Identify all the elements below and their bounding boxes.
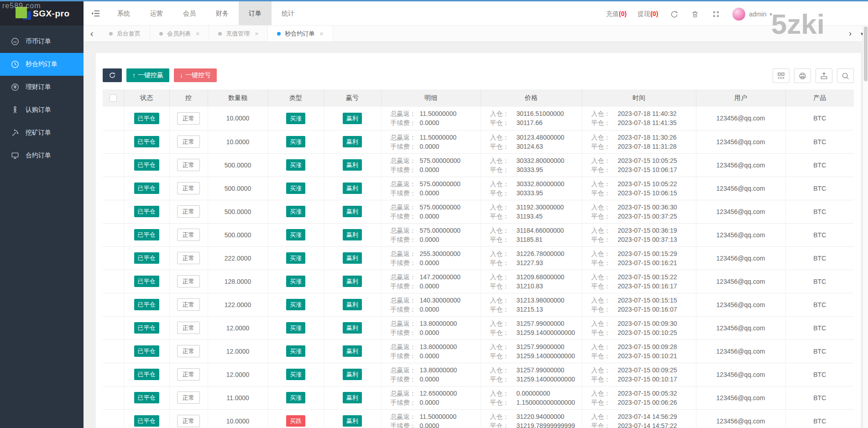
result-badge: 赢利 (343, 322, 362, 334)
force-loss-label: 一键控亏 (185, 71, 211, 79)
label-value-pair: 总赢返：575.00000000 (391, 179, 481, 188)
pair-value: 2023-07-15 10:06:15 (618, 188, 677, 198)
pair-label: 手续费： (391, 351, 420, 360)
user-menu[interactable]: admin ▾ (732, 7, 772, 21)
label-value-pair: 入仓：2023-07-15 00:15:22 (591, 272, 696, 282)
person-icon (10, 105, 20, 115)
label-value-pair: 入仓：31257.99000000 (490, 319, 582, 328)
search-icon[interactable] (837, 68, 854, 83)
columns-grid-icon[interactable] (773, 68, 790, 83)
sidebar-item-6[interactable]: 合约订单 (0, 144, 84, 167)
control-button[interactable]: 正常 (177, 415, 200, 427)
pair-label: 平仓： (490, 305, 517, 314)
pair-value: 31184.66000000 (517, 226, 564, 235)
pair-label: 入仓： (490, 249, 517, 258)
tab-close-icon[interactable]: × (255, 30, 258, 37)
tab-4[interactable]: 秒合约订单× (268, 26, 333, 42)
trash-icon[interactable] (690, 10, 700, 18)
withdraw-link[interactable]: 提现(0) (638, 10, 658, 18)
export-icon[interactable] (816, 68, 832, 83)
pair-value: 140.30000000 (420, 296, 461, 305)
pair-label: 入仓： (591, 342, 618, 351)
tabs-scroll-left[interactable]: ‹ (84, 26, 100, 42)
top-menu-item-1[interactable]: 系统 (107, 1, 140, 25)
column-header-3: 数量额 (208, 89, 268, 107)
price-cell: 入仓：30332.80000000平仓：30333.95 (481, 153, 582, 177)
tab-close-icon[interactable]: × (319, 30, 323, 37)
force-loss-button[interactable]: ↓一键控亏 (174, 68, 217, 82)
sidebar-item-5[interactable]: 挖矿订单 (0, 121, 84, 144)
control-button[interactable]: 正常 (177, 112, 200, 125)
table-row: 已平仓正常500.0000买涨赢利总赢返：575.00000000手续费：0.0… (103, 223, 854, 246)
type-cell: 买涨 (268, 293, 324, 316)
collapse-menu-icon[interactable] (84, 1, 107, 25)
result-cell: 赢利 (324, 153, 381, 177)
pair-value: 11.50000000 (420, 133, 457, 142)
label-value-pair: 入仓：31209.68000000 (490, 272, 582, 282)
control-button[interactable]: 正常 (177, 391, 200, 404)
pair-value: 0.0000 (420, 375, 439, 384)
status-badge: 已平仓 (134, 392, 159, 403)
sidebar-item-3[interactable]: 理财订单 (0, 76, 84, 99)
recharge-link[interactable]: 充值(0) (606, 10, 627, 18)
top-menu-item-2[interactable]: 运营 (140, 1, 173, 25)
control-button[interactable]: 正常 (177, 182, 200, 194)
tab-3[interactable]: 充值管理× (209, 26, 268, 42)
refresh-table-button[interactable] (103, 68, 122, 82)
control-button[interactable]: 正常 (177, 136, 200, 148)
top-menu-item-5[interactable]: 订单 (239, 1, 272, 25)
top-menu-item-6[interactable]: 统计 (272, 1, 304, 25)
column-header-10: 产品 (785, 89, 854, 107)
pair-value: 0.0000 (420, 421, 439, 428)
price-cell: 入仓：31257.99000000平仓：31259.14000000000 (481, 363, 582, 386)
label-value-pair: 平仓：30333.95 (490, 165, 582, 174)
label-value-pair: 总赢返：11.50000000 (391, 109, 481, 118)
pair-value: 31209.68000000 (517, 272, 565, 282)
column-header-2: 控 (169, 89, 208, 107)
control-button[interactable]: 正常 (177, 159, 200, 171)
tab-2[interactable]: 会员列表× (150, 26, 209, 42)
label-value-pair: 入仓：31226.78000000 (490, 249, 582, 258)
sidebar-item-4[interactable]: 认购订单 (0, 99, 84, 121)
sidebar-item-2[interactable]: 秒合约订单 (0, 53, 84, 76)
control-button[interactable]: 正常 (177, 275, 200, 287)
refresh-icon[interactable] (669, 10, 679, 18)
user-cell: 123456@qq.com (696, 316, 785, 339)
pair-label: 入仓： (591, 179, 618, 188)
sidebar-item-label: 秒合约订单 (26, 60, 58, 68)
control-button[interactable]: 正常 (177, 345, 200, 357)
select-all-checkbox[interactable] (110, 94, 117, 102)
type-badge: 买涨 (286, 299, 305, 310)
fullscreen-icon[interactable] (711, 10, 721, 18)
detail-cell: 总赢返：575.00000000手续费：0.0000 (381, 200, 481, 223)
label-value-pair: 手续费：0.0000 (391, 375, 481, 384)
sidebar: cc币币订单秒合约订单理财订单认购订单挖矿订单合约订单 (0, 26, 84, 428)
sidebar-item-label: 认购订单 (26, 106, 51, 114)
scrollbar-thumb[interactable] (864, 26, 868, 81)
control-button[interactable]: 正常 (177, 205, 200, 218)
tabs-scroll-right[interactable]: › (849, 29, 852, 38)
tab-bar-controls: › ▾ (849, 26, 863, 42)
type-cell: 买涨 (268, 363, 324, 386)
type-cell: 买涨 (268, 107, 324, 130)
top-menu-item-3[interactable]: 会员 (173, 1, 206, 25)
print-icon[interactable] (794, 68, 811, 83)
pair-value: 31259.14000000000 (517, 328, 575, 337)
pair-label: 平仓： (591, 142, 618, 151)
control-button[interactable]: 正常 (177, 252, 200, 264)
tab-close-icon[interactable]: × (196, 30, 199, 37)
pair-label: 总赢返： (391, 389, 420, 398)
pair-value: 31257.99000000 (517, 319, 565, 328)
force-win-button[interactable]: ↑一键控赢 (126, 68, 169, 82)
top-menu-item-4[interactable]: 财务 (206, 1, 239, 25)
detail-cell: 总赢返：575.00000000手续费：0.0000 (381, 223, 481, 246)
control-button[interactable]: 正常 (177, 229, 200, 241)
control-button[interactable]: 正常 (177, 322, 200, 334)
label-value-pair: 平仓：31259.14000000000 (490, 375, 582, 384)
control-button[interactable]: 正常 (177, 368, 200, 381)
sidebar-item-1[interactable]: cc币币订单 (0, 30, 84, 53)
label-value-pair: 入仓：2023-07-15 00:05:32 (591, 389, 696, 398)
tab-1[interactable]: 后台首页 (100, 26, 150, 42)
sidebar-item-label: 合约订单 (26, 151, 51, 160)
control-button[interactable]: 正常 (177, 298, 200, 311)
